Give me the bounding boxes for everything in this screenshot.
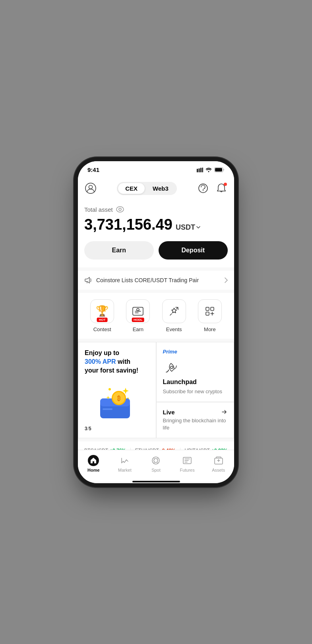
svg-point-27 <box>152 457 159 464</box>
rocket-icon <box>163 360 179 376</box>
notification-icon[interactable] <box>215 182 228 195</box>
svg-point-14 <box>137 308 139 311</box>
nav-futures[interactable]: Futures <box>172 453 203 474</box>
events-label: Events <box>166 326 182 332</box>
earn-button[interactable]: Earn <box>84 241 154 260</box>
earn-promo-card[interactable]: Enjoy up to 300% APR with your forst sav… <box>78 342 156 439</box>
cards-section: Enjoy up to 300% APR with your forst sav… <box>78 342 234 439</box>
home-icon <box>88 455 99 466</box>
svg-rect-17 <box>206 312 209 315</box>
spot-icon <box>150 455 161 466</box>
launchpad-title: Launchpad <box>163 379 197 386</box>
nav-assets-label: Assets <box>212 468 225 472</box>
market-ticker: BTC/USDT +0.76% 91,953.41 ETH/USDT -0.48… <box>78 441 234 449</box>
nav-futures-label: Futures <box>180 468 194 472</box>
quick-item-events[interactable]: Events <box>162 299 186 332</box>
nav-market[interactable]: Market <box>109 453 141 474</box>
support-icon[interactable] <box>197 182 209 195</box>
svg-point-10 <box>203 190 203 191</box>
earn-label: Earn <box>133 326 143 332</box>
nav-assets[interactable]: Assets <box>203 453 234 474</box>
svg-rect-0 <box>197 169 198 172</box>
svg-rect-6 <box>215 168 222 172</box>
live-subtitle: Bringing the blockchain into life <box>163 417 228 431</box>
announcement-text: Coinstore Lists CORE/USDT Trading Pair <box>96 277 199 283</box>
contest-icon-box: 🏆 HOT <box>90 299 114 323</box>
wallet-illustration: ₿ <box>85 384 149 420</box>
live-card[interactable]: Live Bringing the blockchain into life <box>156 402 234 438</box>
svg-point-11 <box>116 207 124 212</box>
nav-home[interactable]: Home <box>78 453 109 474</box>
svg-rect-1 <box>199 168 200 172</box>
svg-rect-16 <box>211 307 214 310</box>
launchpad-subtitle: Subscribe for new cryptos <box>163 388 223 395</box>
bottom-nav: Home Market Spot <box>78 450 234 482</box>
eye-icon[interactable] <box>116 206 124 213</box>
home-indicator <box>78 482 234 483</box>
prime-label: Prime <box>163 349 177 355</box>
notification-badge <box>224 183 227 186</box>
megaphone-icon <box>84 276 92 284</box>
chevron-right-icon <box>225 277 228 283</box>
quick-item-contest[interactable]: 🏆 HOT Contest <box>90 299 114 332</box>
tab-cex[interactable]: CEX <box>118 183 145 194</box>
tab-switcher: CEX Web3 <box>117 182 177 195</box>
svg-rect-22 <box>103 408 112 410</box>
live-title: Live <box>163 409 175 416</box>
arrow-right-icon <box>221 409 227 415</box>
announcement-banner[interactable]: Coinstore Lists CORE/USDT Trading Pair <box>78 271 234 290</box>
svg-rect-15 <box>206 307 209 310</box>
market-icon <box>119 455 130 466</box>
assets-icon <box>213 455 224 466</box>
asset-section: Total asset 3,731,156.49 USDT Earn Depos… <box>78 200 234 267</box>
svg-rect-3 <box>202 168 203 172</box>
svg-rect-2 <box>200 168 202 172</box>
total-asset-label: Total asset <box>84 206 113 213</box>
deposit-button[interactable]: Deposit <box>159 241 228 260</box>
quick-access-row: 🏆 HOT Contest HODL Earn <box>78 293 234 339</box>
nav-home-label: Home <box>87 468 100 472</box>
header-right-icons <box>197 182 228 195</box>
asset-amount-value: 3,731,156.49 <box>84 216 172 233</box>
svg-point-12 <box>119 208 121 211</box>
more-icon-box <box>198 299 222 323</box>
svg-point-8 <box>89 185 93 189</box>
tab-web3[interactable]: Web3 <box>145 183 176 194</box>
hodl-badge: HODL <box>132 318 144 322</box>
earn-promo-text: Enjoy up to 300% APR with your forst sav… <box>85 349 149 375</box>
nav-market-label: Market <box>118 468 132 472</box>
svg-point-26 <box>171 366 173 369</box>
hot-badge: HOT <box>97 318 108 322</box>
launchpad-card[interactable]: Prime Launchpad Subscribe for new crypto… <box>156 342 234 402</box>
svg-point-4 <box>208 171 209 172</box>
page-indicator: 3/5 <box>85 426 149 431</box>
svg-text:₿: ₿ <box>117 395 120 402</box>
nav-spot[interactable]: Spot <box>140 453 172 474</box>
header: CEX Web3 <box>78 179 234 200</box>
more-label: More <box>204 326 216 332</box>
futures-icon <box>182 455 193 466</box>
quick-item-earn[interactable]: HODL Earn <box>126 299 150 332</box>
quick-item-more[interactable]: More <box>198 299 222 332</box>
nav-spot-label: Spot <box>151 468 161 472</box>
profile-icon[interactable] <box>84 182 97 195</box>
events-icon-box <box>162 299 186 323</box>
contest-label: Contest <box>93 326 111 332</box>
svg-point-18 <box>109 388 111 390</box>
asset-currency: USDT <box>176 223 201 232</box>
earn-icon-box: HODL <box>126 299 150 323</box>
